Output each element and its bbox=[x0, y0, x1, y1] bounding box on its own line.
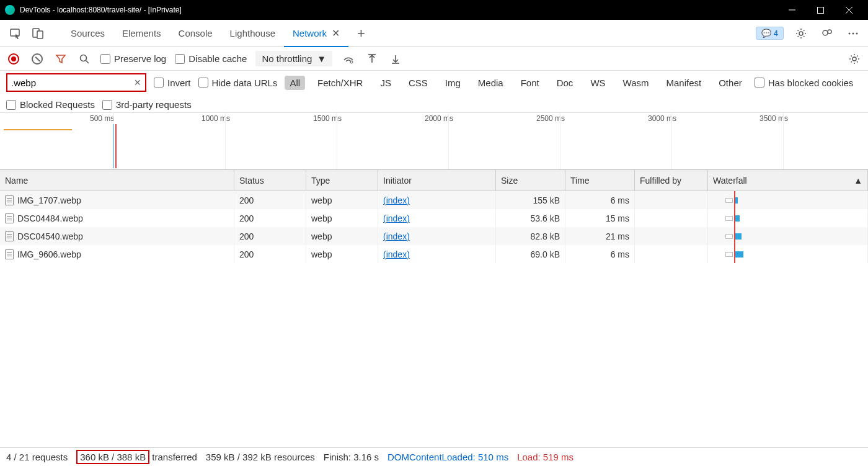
download-icon[interactable] bbox=[388, 52, 403, 66]
cell-initiator[interactable]: (index) bbox=[383, 195, 410, 205]
tab-sources[interactable]: Sources bbox=[62, 20, 113, 47]
maximize-button[interactable] bbox=[806, 0, 835, 20]
table-row[interactable]: DSC04540.webp200webp(index)82.8 kB21 ms bbox=[0, 227, 868, 245]
tab-network[interactable]: Network✕ bbox=[284, 20, 348, 47]
third-party-checkbox[interactable]: 3rd-party requests bbox=[102, 99, 192, 110]
app-icon bbox=[5, 5, 15, 15]
filter-all[interactable]: All bbox=[285, 76, 305, 90]
status-transferred-size: 360 kB / 388 kB bbox=[76, 450, 149, 464]
col-waterfall[interactable]: Waterfall▲ bbox=[708, 170, 868, 190]
throttling-select[interactable]: No throttling▼ bbox=[255, 51, 332, 66]
filter-ws[interactable]: WS bbox=[585, 76, 610, 90]
filter-css[interactable]: CSS bbox=[404, 76, 433, 90]
gear-icon[interactable] bbox=[847, 52, 862, 66]
status-resources: 359 kB / 392 kB resources bbox=[206, 452, 315, 462]
svg-rect-1 bbox=[817, 7, 823, 13]
chat-icon: 💬 bbox=[761, 29, 771, 38]
filter-wasm[interactable]: Wasm bbox=[618, 76, 654, 90]
timeline-tick: 500 ms bbox=[90, 114, 114, 123]
panel-tabs-row: Sources Elements Console Lighthouse Netw… bbox=[0, 20, 868, 47]
more-icon[interactable] bbox=[844, 25, 862, 42]
invert-label: Invert bbox=[167, 78, 191, 88]
table-row[interactable]: DSC04484.webp200webp(index)53.6 kB15 ms bbox=[0, 209, 868, 227]
col-fulfilled[interactable]: Fulfilled by bbox=[635, 170, 708, 190]
filter-fetchxhr[interactable]: Fetch/XHR bbox=[312, 76, 368, 90]
col-time[interactable]: Time bbox=[565, 170, 635, 190]
cell-time: 15 ms bbox=[565, 209, 635, 227]
close-icon[interactable]: ✕ bbox=[332, 27, 340, 39]
svg-point-15 bbox=[350, 61, 353, 63]
table-row[interactable]: IMG_9606.webp200webp(index)69.0 kB6 ms bbox=[0, 245, 868, 263]
file-icon bbox=[5, 231, 14, 241]
issues-count: 4 bbox=[774, 29, 778, 38]
tab-lighthouse[interactable]: Lighthouse bbox=[221, 20, 284, 47]
cell-initiator[interactable]: (index) bbox=[383, 231, 410, 241]
disable-cache-label: Disable cache bbox=[188, 53, 247, 64]
col-type[interactable]: Type bbox=[306, 170, 378, 190]
preserve-log-checkbox[interactable]: Preserve log bbox=[100, 53, 166, 64]
cell-initiator[interactable]: (index) bbox=[383, 249, 410, 259]
timeline-bar bbox=[4, 129, 72, 130]
filter-img[interactable]: Img bbox=[440, 76, 466, 90]
svg-point-10 bbox=[849, 32, 851, 34]
device-toggle-icon[interactable] bbox=[29, 24, 47, 43]
timeline-overview[interactable]: 500 ms1000 ms1500 ms2000 ms2500 ms3000 m… bbox=[0, 113, 868, 170]
feedback-icon[interactable] bbox=[818, 25, 836, 42]
filter-font[interactable]: Font bbox=[516, 76, 544, 90]
timeline-tick: 1500 ms bbox=[313, 114, 342, 123]
cell-status: 200 bbox=[234, 209, 306, 227]
invert-checkbox[interactable]: Invert bbox=[154, 78, 191, 88]
col-status[interactable]: Status bbox=[234, 170, 306, 190]
settings-icon[interactable] bbox=[792, 25, 810, 42]
cell-time: 6 ms bbox=[565, 245, 635, 263]
filter-input[interactable] bbox=[11, 78, 129, 88]
blocked-requests-checkbox[interactable]: Blocked Requests bbox=[6, 99, 95, 110]
cell-status: 200 bbox=[234, 191, 306, 209]
close-button[interactable] bbox=[835, 0, 863, 20]
clear-button[interactable] bbox=[30, 52, 45, 66]
minimize-button[interactable] bbox=[777, 0, 806, 20]
disable-cache-checkbox[interactable]: Disable cache bbox=[175, 53, 247, 64]
file-icon bbox=[5, 249, 14, 259]
filter-manifest[interactable]: Manifest bbox=[662, 76, 707, 90]
filter-doc[interactable]: Doc bbox=[552, 76, 578, 90]
inspect-icon[interactable] bbox=[6, 24, 25, 43]
grid-body[interactable]: IMG_1707.webp200webp(index)155 kB6 msDSC… bbox=[0, 191, 868, 447]
status-bar: 4 / 21 requests 360 kB / 388 kB transfer… bbox=[0, 447, 868, 466]
filter-other[interactable]: Other bbox=[714, 76, 747, 90]
col-initiator[interactable]: Initiator bbox=[378, 170, 496, 190]
search-icon[interactable] bbox=[77, 52, 92, 66]
add-tab-button[interactable]: + bbox=[357, 25, 365, 42]
col-size[interactable]: Size bbox=[496, 170, 565, 190]
filter-media[interactable]: Media bbox=[473, 76, 508, 90]
clear-filter-icon[interactable]: ✕ bbox=[134, 78, 141, 87]
tab-elements[interactable]: Elements bbox=[113, 20, 170, 47]
cell-initiator[interactable]: (index) bbox=[383, 213, 410, 223]
cell-waterfall bbox=[708, 209, 868, 227]
svg-rect-4 bbox=[11, 29, 19, 36]
network-conditions-icon[interactable] bbox=[341, 52, 356, 66]
cell-size: 155 kB bbox=[496, 191, 565, 209]
grid-header: Name Status Type Initiator Size Time Ful… bbox=[0, 170, 868, 191]
tab-console[interactable]: Console bbox=[170, 20, 221, 47]
cell-fulfilled bbox=[635, 245, 708, 263]
svg-point-13 bbox=[81, 55, 87, 61]
col-name[interactable]: Name bbox=[0, 170, 234, 190]
filter-toggle-icon[interactable] bbox=[53, 52, 68, 66]
hide-data-urls-checkbox[interactable]: Hide data URLs bbox=[198, 78, 278, 88]
issues-badge[interactable]: 💬4 bbox=[756, 27, 784, 40]
upload-icon[interactable] bbox=[365, 52, 379, 66]
filter-input-wrap: ✕ bbox=[6, 73, 146, 92]
chevron-down-icon: ▼ bbox=[317, 53, 326, 64]
filter-js[interactable]: JS bbox=[375, 76, 396, 90]
panel-tabs: Sources Elements Console Lighthouse Netw… bbox=[62, 20, 365, 47]
window-title: DevTools - localhost:8080/travel-site/ -… bbox=[20, 6, 777, 14]
file-icon bbox=[5, 213, 14, 223]
timeline-tick: 1000 ms bbox=[202, 114, 230, 123]
has-blocked-cookies-checkbox[interactable]: Has blocked cookies bbox=[755, 78, 854, 88]
cell-status: 200 bbox=[234, 227, 306, 245]
cell-size: 69.0 kB bbox=[496, 245, 565, 263]
record-button[interactable] bbox=[6, 52, 21, 66]
table-row[interactable]: IMG_1707.webp200webp(index)155 kB6 ms bbox=[0, 191, 868, 209]
file-icon bbox=[5, 195, 14, 205]
